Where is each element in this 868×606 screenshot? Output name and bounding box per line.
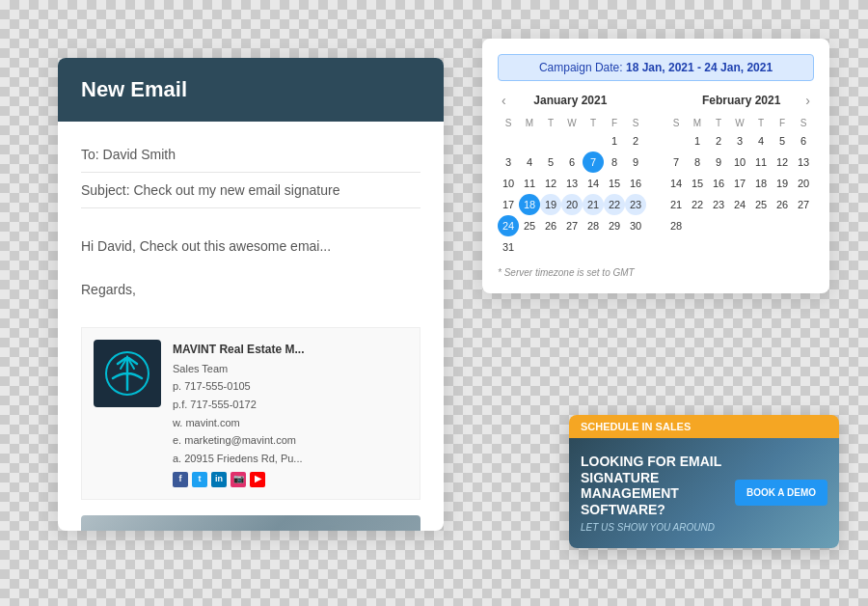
calendar-day[interactable]: 31	[498, 236, 519, 258]
calendar-day[interactable]: 1	[687, 130, 708, 152]
calendar-day[interactable]: 23	[708, 194, 729, 215]
calendar-day[interactable]: 19	[540, 194, 561, 215]
calendar-day[interactable]	[604, 236, 625, 258]
email-regards: Regards,	[81, 282, 136, 297]
youtube-icon[interactable]: ▶	[250, 472, 265, 487]
calendar-day[interactable]: 20	[793, 173, 814, 194]
calendar-day[interactable]: 1	[604, 130, 625, 152]
calendar-day[interactable]	[583, 236, 604, 258]
email-title: New Email	[81, 77, 420, 102]
calendar-day[interactable]: 13	[561, 173, 583, 194]
calendar-day[interactable]: 22	[604, 194, 625, 215]
calendar-day[interactable]	[687, 215, 708, 236]
book-demo-button[interactable]: BOOK A DEMO	[735, 480, 827, 506]
calendar-day[interactable]: 16	[708, 173, 729, 194]
calendar-day[interactable]: 7	[583, 152, 604, 173]
calendar-day[interactable]: 3	[498, 152, 519, 173]
subject-field[interactable]: Subject: Check out my new email signatur…	[81, 173, 420, 208]
instagram-icon[interactable]: 📷	[231, 472, 246, 487]
calendar-day[interactable]: 5	[540, 152, 561, 173]
calendar-day[interactable]: 9	[708, 152, 729, 173]
calendar-day[interactable]: 28	[583, 215, 604, 236]
calendar-day[interactable]: 4	[750, 130, 772, 152]
calendar-day[interactable]	[793, 215, 814, 236]
calendar-day[interactable]: 30	[625, 215, 646, 236]
calendar-day[interactable]: 27	[793, 194, 814, 215]
calendar-day[interactable]: 21	[665, 194, 687, 215]
sig-company: MAVINT Real Estate M...	[173, 340, 304, 359]
calendar-day[interactable]	[583, 130, 604, 152]
calendar-day[interactable]	[729, 215, 750, 236]
feb-col-m: M	[687, 116, 708, 130]
calendar-day[interactable]	[772, 215, 793, 236]
calendar-day[interactable]: 26	[772, 194, 793, 215]
feb-col-s2: S	[793, 116, 814, 130]
calendar-day[interactable]: 8	[604, 152, 625, 173]
calendar-day[interactable]: 2	[625, 130, 646, 152]
calendar-day[interactable]: 17	[498, 194, 519, 215]
calendar-day[interactable]: 29	[604, 215, 625, 236]
calendar-day[interactable]: 13	[793, 152, 814, 173]
calendar-day[interactable]: 7	[665, 152, 687, 173]
calendar-day[interactable]: 10	[498, 173, 519, 194]
calendar-day[interactable]: 24	[729, 194, 750, 215]
calendar-day[interactable]: 6	[561, 152, 583, 173]
calendar-day[interactable]: 4	[519, 152, 540, 173]
calendar-day[interactable]	[750, 215, 772, 236]
calendar-day[interactable]: 12	[540, 173, 561, 194]
calendar-day[interactable]	[561, 130, 583, 152]
calendar-day[interactable]: 15	[687, 173, 708, 194]
calendar-day[interactable]: 23	[625, 194, 646, 215]
calendar-day[interactable]	[625, 236, 646, 258]
calendar-day[interactable]: 19	[772, 173, 793, 194]
calendar-day[interactable]: 25	[519, 215, 540, 236]
february-calendar: February 2021 › S M T W T F S 1234567	[665, 93, 814, 258]
col-header-s: S	[498, 116, 519, 130]
calendar-day[interactable]	[519, 130, 540, 152]
sales-popup-text: LOOKING FOR EMAIL SIGNATURE MANAGEMENT S…	[581, 454, 725, 533]
facebook-icon[interactable]: f	[173, 472, 188, 487]
calendar-day[interactable]: 24	[498, 215, 519, 236]
calendar-day[interactable]: 2	[708, 130, 729, 152]
calendar-day[interactable]: 6	[793, 130, 814, 152]
calendars-row: ‹ January 2021 S M T W T F S	[498, 93, 814, 258]
calendar-day[interactable]: 3	[729, 130, 750, 152]
sig-web: w. mavint.com	[173, 414, 304, 432]
timezone-note: * Server timezone is set to GMT	[498, 267, 814, 278]
calendar-day[interactable]	[519, 236, 540, 258]
twitter-icon[interactable]: t	[192, 472, 207, 487]
calendar-day[interactable]: 25	[750, 194, 772, 215]
calendar-day[interactable]	[561, 236, 583, 258]
feb-col-t2: T	[750, 116, 772, 130]
calendar-day[interactable]	[540, 130, 561, 152]
calendar-day[interactable]: 20	[561, 194, 583, 215]
calendar-day[interactable]: 28	[665, 215, 687, 236]
calendar-day[interactable]: 5	[772, 130, 793, 152]
calendar-day[interactable]: 21	[583, 194, 604, 215]
calendar-day[interactable]: 22	[687, 194, 708, 215]
calendar-day[interactable]: 12	[772, 152, 793, 173]
calendar-day[interactable]	[540, 236, 561, 258]
calendar-day[interactable]: 18	[750, 173, 772, 194]
calendar-day[interactable]: 17	[729, 173, 750, 194]
calendar-day[interactable]: 14	[583, 173, 604, 194]
calendar-day[interactable]: 9	[625, 152, 646, 173]
calendar-day[interactable]: 27	[561, 215, 583, 236]
calendar-day[interactable]: 10	[729, 152, 750, 173]
to-field[interactable]: To: David Smith	[81, 137, 420, 173]
next-month-button[interactable]: ›	[801, 93, 814, 108]
prev-month-button[interactable]: ‹	[498, 93, 510, 108]
calendar-day[interactable]	[708, 215, 729, 236]
linkedin-icon[interactable]: in	[211, 472, 227, 487]
calendar-day[interactable]: 14	[665, 173, 687, 194]
calendar-day[interactable]: 8	[687, 152, 708, 173]
calendar-day[interactable]: 11	[750, 152, 772, 173]
calendar-day[interactable]: 16	[625, 173, 646, 194]
calendar-day[interactable]	[665, 130, 687, 152]
calendar-day[interactable]	[498, 130, 519, 152]
calendar-day[interactable]: 15	[604, 173, 625, 194]
calendar-day[interactable]: 11	[519, 173, 540, 194]
sales-popup-header: Schedule in sales	[569, 415, 839, 438]
calendar-day[interactable]: 18	[519, 194, 540, 215]
calendar-day[interactable]: 26	[540, 215, 561, 236]
